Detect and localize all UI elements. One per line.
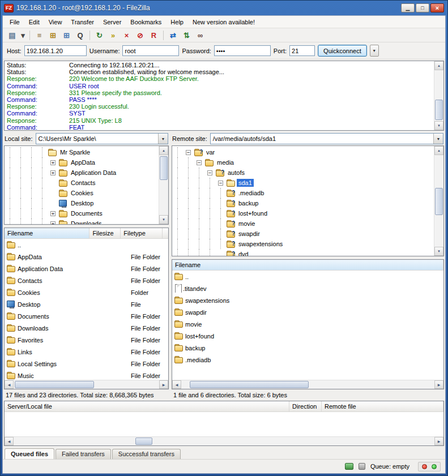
local-column-header-filename[interactable]: Filename [5,228,89,238]
remote-site-dropdown-button[interactable]: ▼ [433,134,443,144]
local-file-row-links[interactable]: LinksFile Folder [5,346,168,358]
remote-tree-item-swapdir[interactable]: ?swapdir [172,229,434,239]
disconnect-button[interactable]: ⊘ [134,29,147,41]
scroll-thumb[interactable] [190,381,309,388]
remote-list-hscrollbar[interactable]: ◀▶ [172,380,443,389]
remote-tree-item-var[interactable]: −?var [172,147,434,157]
refresh-button[interactable]: ↻ [93,29,106,41]
speed-limit-icon[interactable] [359,463,365,470]
scroll-right-icon[interactable]: ▶ [159,380,168,389]
scroll-thumb[interactable] [435,100,443,120]
scroll-track[interactable] [14,380,159,389]
menu-item-bookmarks[interactable]: Bookmarks [126,17,166,27]
port-input[interactable] [289,45,315,56]
local-tree-item-desktop[interactable]: Desktop [5,198,159,208]
close-button[interactable]: × [430,3,444,12]
find-files-button[interactable]: ∞ [194,29,207,41]
collapse-icon[interactable]: − [215,181,226,186]
menu-item-help[interactable]: Help [166,17,188,27]
scroll-thumb[interactable] [135,438,152,445]
scroll-right-icon[interactable]: ▶ [434,437,443,445]
local-file-row-local-settings[interactable]: Local SettingsFile Folder [5,358,168,370]
remote-column-header-filename[interactable]: Filename [172,260,443,270]
local-column-header-filetype[interactable]: Filetype [121,228,163,238]
remote-tree-item-movie[interactable]: ?movie [172,218,434,229]
local-file-row-item[interactable]: .. [5,239,168,251]
remote-tree-item-mediadb[interactable]: ?.mediadb [172,188,434,198]
scroll-up-icon[interactable]: ▲ [434,146,443,155]
queue-column-header-direction[interactable]: Direction [289,401,322,411]
expand-icon[interactable]: + [48,211,58,216]
local-file-row-favorites[interactable]: FavoritesFile Folder [5,334,168,346]
local-tree-item-contacts[interactable]: Contacts [5,178,159,188]
menu-item-transfer[interactable]: Transfer [66,17,99,27]
local-column-header-filesize[interactable]: Filesize [89,228,121,238]
synchronized-browsing-button[interactable]: ⇅ [180,29,193,41]
expand-icon[interactable]: + [48,160,58,165]
remote-file-row-swapdir[interactable]: swapdir [172,306,443,318]
tab-queued-files[interactable]: Queued files [5,448,54,459]
remote-site-combo[interactable]: /var/media/autofs/sda1 ▼ [210,133,443,144]
host-input[interactable] [24,45,87,56]
scroll-thumb[interactable] [15,381,94,388]
local-tree-item-mr-sparkle[interactable]: Mr Sparkle [5,147,159,157]
queue-column-header-server-local-file[interactable]: Server/Local file [5,401,289,411]
site-manager-dropdown-button[interactable]: ▾ [19,29,27,41]
local-list-hscrollbar[interactable]: ◀▶ [5,380,168,389]
expand-icon[interactable]: + [48,170,58,175]
expand-icon[interactable]: + [48,221,58,225]
scroll-left-icon[interactable]: ◀ [5,380,14,389]
remote-tree-item-media[interactable]: −media [172,157,434,168]
local-file-row-downloads[interactable]: DownloadsFile Folder [5,322,168,334]
remote-file-row-movie[interactable]: movie [172,318,443,330]
scroll-down-icon[interactable]: ▼ [434,247,443,256]
remote-tree-item-sda1[interactable]: −sda1 [172,178,434,188]
remote-file-row-swapextensions[interactable]: swapextensions [172,294,443,306]
collapse-icon[interactable]: − [194,160,204,165]
scroll-thumb[interactable] [160,156,168,180]
remote-file-row-backup[interactable]: backup [172,342,443,354]
local-file-row-application-data[interactable]: Application DataFile Folder [5,263,168,275]
local-tree-item-cookies[interactable]: Cookies [5,188,159,198]
remote-file-row-mediadb[interactable]: .mediadb [172,354,443,366]
remote-tree-scrollbar[interactable]: ▲▼ [434,146,443,256]
log-scrollbar[interactable]: ▲▼ [434,61,443,130]
local-file-row-contacts[interactable]: ContactsFile Folder [5,275,168,286]
local-tree-scrollbar[interactable]: ▲▼ [159,146,168,224]
tab-failed-transfers[interactable]: Failed transfers [56,449,111,459]
quickconnect-button[interactable]: Quickconnect [318,45,367,57]
scroll-down-icon[interactable]: ▼ [434,121,443,130]
toggle-remote-tree-button[interactable]: ⊞ [60,29,73,41]
username-input[interactable] [122,45,179,56]
directory-comparison-button[interactable]: ⇄ [167,29,180,41]
local-tree-item-appdata[interactable]: +AppData [5,157,159,168]
reconnect-button[interactable]: R [147,29,160,41]
queue-hscrollbar[interactable]: ◀▶ [5,436,443,445]
remote-tree-item-backup[interactable]: ?backup [172,198,434,208]
toggle-message-log-button[interactable]: ≡ [33,29,46,41]
scroll-up-icon[interactable]: ▲ [434,61,443,70]
local-file-row-cookies[interactable]: CookiesFolder [5,286,168,298]
menu-item-server[interactable]: Server [99,17,126,27]
toggle-transfer-queue-button[interactable]: Q [74,29,87,41]
scroll-left-icon[interactable]: ◀ [5,437,14,445]
local-site-dropdown-button[interactable]: ▼ [158,134,168,144]
scroll-track[interactable] [434,155,443,247]
cancel-operation-button[interactable]: × [120,29,133,41]
tab-successful-transfers[interactable]: Successful transfers [112,449,181,459]
menu-item-edit[interactable]: Edit [24,17,44,27]
menu-item-new-version-available[interactable]: New version available! [188,17,259,27]
collapse-icon[interactable]: − [204,170,215,175]
scroll-track[interactable] [434,70,443,121]
menu-item-file[interactable]: File [5,17,24,27]
transfer-type-icon[interactable] [345,463,353,470]
menu-item-view[interactable]: View [44,17,67,27]
local-site-combo[interactable]: C:\Users\Mr Sparkle\ ▼ [36,133,168,144]
remote-file-row-titandev[interactable]: .titandev [172,282,443,294]
scroll-down-icon[interactable]: ▼ [159,215,168,224]
scroll-track[interactable] [181,380,434,389]
remote-tree-item-lost-found[interactable]: ?lost+found [172,208,434,218]
remote-tree-item-swapextensions[interactable]: ?swapextensions [172,239,434,249]
scroll-track[interactable] [159,155,168,215]
collapse-icon[interactable]: − [183,150,194,155]
